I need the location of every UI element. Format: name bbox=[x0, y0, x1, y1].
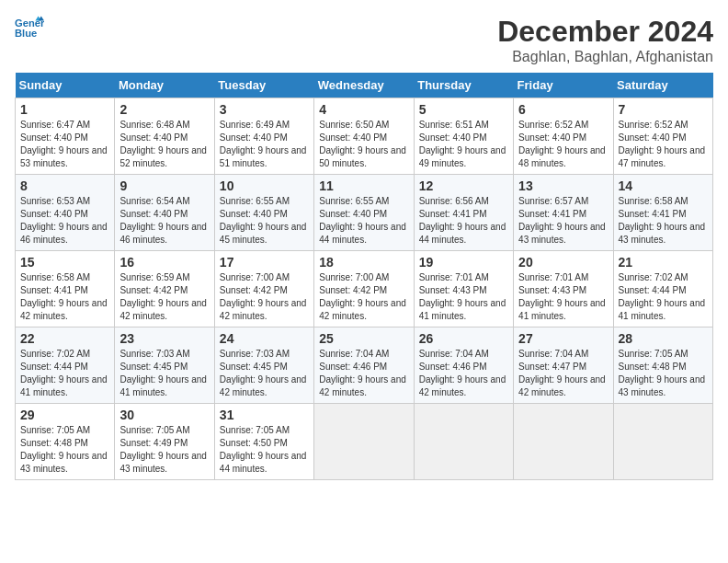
calendar-week-row: 22 Sunrise: 7:02 AM Sunset: 4:44 PM Dayl… bbox=[16, 327, 713, 404]
day-number: 11 bbox=[319, 178, 408, 193]
page-header: General Blue December 2024 Baghlan, Bagh… bbox=[15, 15, 713, 65]
day-number: 6 bbox=[518, 102, 608, 117]
day-number: 7 bbox=[619, 102, 708, 117]
calendar-day-cell: 22 Sunrise: 7:02 AM Sunset: 4:44 PM Dayl… bbox=[16, 327, 115, 404]
day-number: 1 bbox=[20, 102, 109, 117]
calendar-day-cell: 4 Sunrise: 6:50 AM Sunset: 4:40 PM Dayli… bbox=[314, 98, 414, 175]
day-info: Sunrise: 7:05 AM Sunset: 4:48 PM Dayligh… bbox=[619, 348, 708, 399]
calendar-day-cell: 24 Sunrise: 7:03 AM Sunset: 4:45 PM Dayl… bbox=[214, 327, 313, 404]
calendar-day-cell: 14 Sunrise: 6:58 AM Sunset: 4:41 PM Dayl… bbox=[613, 175, 712, 251]
day-info: Sunrise: 6:58 AM Sunset: 4:41 PM Dayligh… bbox=[619, 195, 708, 247]
day-info: Sunrise: 7:04 AM Sunset: 4:46 PM Dayligh… bbox=[419, 348, 508, 399]
day-number: 16 bbox=[119, 255, 209, 270]
day-number: 24 bbox=[220, 331, 309, 346]
calendar-day-cell: 2 Sunrise: 6:48 AM Sunset: 4:40 PM Dayli… bbox=[115, 98, 214, 175]
calendar-day-cell: 30 Sunrise: 7:05 AM Sunset: 4:49 PM Dayl… bbox=[115, 404, 214, 480]
weekday-header: Friday bbox=[514, 73, 613, 98]
calendar-day-cell bbox=[514, 404, 613, 480]
day-number: 31 bbox=[220, 408, 309, 422]
calendar-day-cell: 17 Sunrise: 7:00 AM Sunset: 4:42 PM Dayl… bbox=[214, 251, 313, 327]
day-info: Sunrise: 6:48 AM Sunset: 4:40 PM Dayligh… bbox=[119, 119, 209, 170]
day-info: Sunrise: 6:54 AM Sunset: 4:40 PM Dayligh… bbox=[119, 195, 209, 247]
calendar-day-cell: 10 Sunrise: 6:55 AM Sunset: 4:40 PM Dayl… bbox=[214, 175, 313, 251]
calendar-week-row: 8 Sunrise: 6:53 AM Sunset: 4:40 PM Dayli… bbox=[16, 175, 713, 251]
weekday-header: Wednesday bbox=[314, 73, 414, 98]
calendar-day-cell: 3 Sunrise: 6:49 AM Sunset: 4:40 PM Dayli… bbox=[214, 98, 313, 175]
day-info: Sunrise: 7:00 AM Sunset: 4:42 PM Dayligh… bbox=[220, 271, 309, 323]
day-info: Sunrise: 7:05 AM Sunset: 4:48 PM Dayligh… bbox=[20, 424, 109, 476]
calendar-day-cell bbox=[414, 404, 513, 480]
day-info: Sunrise: 7:00 AM Sunset: 4:42 PM Dayligh… bbox=[319, 271, 408, 323]
day-number: 25 bbox=[319, 331, 408, 346]
calendar-day-cell: 13 Sunrise: 6:57 AM Sunset: 4:41 PM Dayl… bbox=[514, 175, 613, 251]
day-info: Sunrise: 7:03 AM Sunset: 4:45 PM Dayligh… bbox=[220, 348, 309, 399]
calendar-week-row: 29 Sunrise: 7:05 AM Sunset: 4:48 PM Dayl… bbox=[16, 404, 713, 480]
day-number: 12 bbox=[419, 178, 508, 193]
day-info: Sunrise: 6:58 AM Sunset: 4:41 PM Dayligh… bbox=[20, 271, 109, 323]
day-info: Sunrise: 7:05 AM Sunset: 4:50 PM Dayligh… bbox=[220, 424, 309, 476]
calendar-day-cell: 28 Sunrise: 7:05 AM Sunset: 4:48 PM Dayl… bbox=[613, 327, 712, 404]
weekday-header: Sunday bbox=[16, 73, 115, 98]
day-info: Sunrise: 7:02 AM Sunset: 4:44 PM Dayligh… bbox=[619, 271, 708, 323]
logo: General Blue bbox=[15, 15, 44, 40]
calendar-day-cell: 18 Sunrise: 7:00 AM Sunset: 4:42 PM Dayl… bbox=[314, 251, 414, 327]
day-number: 9 bbox=[119, 178, 209, 193]
day-info: Sunrise: 6:59 AM Sunset: 4:42 PM Dayligh… bbox=[119, 271, 209, 323]
calendar-week-row: 1 Sunrise: 6:47 AM Sunset: 4:40 PM Dayli… bbox=[16, 98, 713, 175]
calendar-day-cell: 16 Sunrise: 6:59 AM Sunset: 4:42 PM Dayl… bbox=[115, 251, 214, 327]
calendar-week-row: 15 Sunrise: 6:58 AM Sunset: 4:41 PM Dayl… bbox=[16, 251, 713, 327]
day-number: 19 bbox=[419, 255, 508, 270]
weekday-header: Thursday bbox=[414, 73, 513, 98]
calendar-day-cell: 5 Sunrise: 6:51 AM Sunset: 4:40 PM Dayli… bbox=[414, 98, 513, 175]
day-number: 5 bbox=[419, 102, 508, 117]
day-info: Sunrise: 6:52 AM Sunset: 4:40 PM Dayligh… bbox=[518, 119, 608, 170]
logo-icon: General Blue bbox=[15, 15, 44, 40]
calendar-day-cell: 27 Sunrise: 7:04 AM Sunset: 4:47 PM Dayl… bbox=[514, 327, 613, 404]
svg-text:Blue: Blue bbox=[15, 28, 37, 39]
calendar-day-cell: 1 Sunrise: 6:47 AM Sunset: 4:40 PM Dayli… bbox=[16, 98, 115, 175]
day-info: Sunrise: 7:05 AM Sunset: 4:49 PM Dayligh… bbox=[119, 424, 209, 476]
calendar-day-cell: 11 Sunrise: 6:55 AM Sunset: 4:40 PM Dayl… bbox=[314, 175, 414, 251]
day-number: 13 bbox=[518, 178, 608, 193]
day-number: 29 bbox=[20, 408, 109, 422]
day-info: Sunrise: 6:53 AM Sunset: 4:40 PM Dayligh… bbox=[20, 195, 109, 247]
calendar-day-cell: 7 Sunrise: 6:52 AM Sunset: 4:40 PM Dayli… bbox=[613, 98, 712, 175]
day-info: Sunrise: 6:47 AM Sunset: 4:40 PM Dayligh… bbox=[20, 119, 109, 170]
day-info: Sunrise: 6:52 AM Sunset: 4:40 PM Dayligh… bbox=[619, 119, 708, 170]
calendar-body: 1 Sunrise: 6:47 AM Sunset: 4:40 PM Dayli… bbox=[16, 98, 713, 480]
calendar-day-cell: 6 Sunrise: 6:52 AM Sunset: 4:40 PM Dayli… bbox=[514, 98, 613, 175]
day-info: Sunrise: 7:04 AM Sunset: 4:47 PM Dayligh… bbox=[518, 348, 608, 399]
day-info: Sunrise: 7:01 AM Sunset: 4:43 PM Dayligh… bbox=[419, 271, 508, 323]
weekday-header: Tuesday bbox=[214, 73, 313, 98]
calendar-day-cell: 20 Sunrise: 7:01 AM Sunset: 4:43 PM Dayl… bbox=[514, 251, 613, 327]
weekday-header: Monday bbox=[115, 73, 214, 98]
day-number: 22 bbox=[20, 331, 109, 346]
day-info: Sunrise: 6:55 AM Sunset: 4:40 PM Dayligh… bbox=[220, 195, 309, 247]
day-number: 2 bbox=[119, 102, 209, 117]
day-number: 28 bbox=[619, 331, 708, 346]
day-number: 23 bbox=[119, 331, 209, 346]
calendar-day-cell: 9 Sunrise: 6:54 AM Sunset: 4:40 PM Dayli… bbox=[115, 175, 214, 251]
day-info: Sunrise: 7:02 AM Sunset: 4:44 PM Dayligh… bbox=[20, 348, 109, 399]
calendar-table: SundayMondayTuesdayWednesdayThursdayFrid… bbox=[15, 73, 713, 480]
title-section: December 2024 Baghlan, Baghlan, Afghanis… bbox=[497, 15, 713, 65]
day-number: 17 bbox=[220, 255, 309, 270]
day-info: Sunrise: 6:50 AM Sunset: 4:40 PM Dayligh… bbox=[319, 119, 408, 170]
day-number: 15 bbox=[20, 255, 109, 270]
calendar-day-cell bbox=[613, 404, 712, 480]
day-number: 18 bbox=[319, 255, 408, 270]
day-number: 8 bbox=[20, 178, 109, 193]
weekday-header: Saturday bbox=[613, 73, 712, 98]
day-info: Sunrise: 6:51 AM Sunset: 4:40 PM Dayligh… bbox=[419, 119, 508, 170]
calendar-day-cell: 29 Sunrise: 7:05 AM Sunset: 4:48 PM Dayl… bbox=[16, 404, 115, 480]
calendar-day-cell: 19 Sunrise: 7:01 AM Sunset: 4:43 PM Dayl… bbox=[414, 251, 513, 327]
day-number: 30 bbox=[119, 408, 209, 422]
day-number: 3 bbox=[220, 102, 309, 117]
calendar-header-row: SundayMondayTuesdayWednesdayThursdayFrid… bbox=[16, 73, 713, 98]
location-title: Baghlan, Baghlan, Afghanistan bbox=[497, 49, 713, 65]
day-info: Sunrise: 6:57 AM Sunset: 4:41 PM Dayligh… bbox=[518, 195, 608, 247]
day-info: Sunrise: 7:01 AM Sunset: 4:43 PM Dayligh… bbox=[518, 271, 608, 323]
calendar-day-cell: 26 Sunrise: 7:04 AM Sunset: 4:46 PM Dayl… bbox=[414, 327, 513, 404]
day-info: Sunrise: 6:55 AM Sunset: 4:40 PM Dayligh… bbox=[319, 195, 408, 247]
day-number: 14 bbox=[619, 178, 708, 193]
